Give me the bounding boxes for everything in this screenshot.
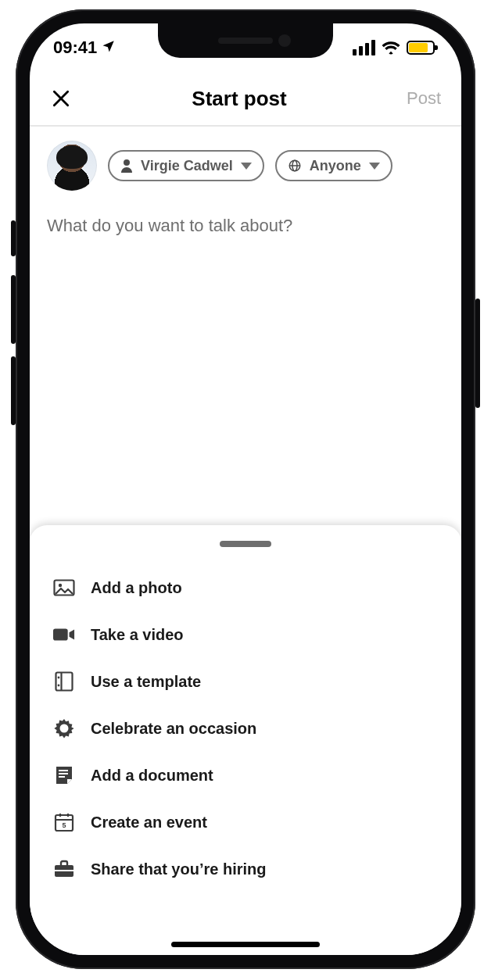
author-select-label: Virgie Cadwel <box>141 158 233 174</box>
briefcase-icon <box>53 858 75 880</box>
sheet-item-take-video[interactable]: Take a video <box>30 611 461 658</box>
front-camera <box>278 34 291 47</box>
page-title: Start post <box>192 87 286 111</box>
sheet-item-add-photo[interactable]: Add a photo <box>30 564 461 611</box>
svg-rect-9 <box>56 673 73 691</box>
svg-text:5: 5 <box>62 821 66 829</box>
phone-frame: 09:41 <box>16 9 475 969</box>
side-button <box>11 356 16 425</box>
sheet-item-label: Create an event <box>91 814 207 832</box>
calendar-icon: 5 <box>53 811 75 833</box>
svg-rect-15 <box>59 773 68 774</box>
status-time: 09:41 <box>53 38 97 58</box>
svg-rect-16 <box>59 776 65 778</box>
cellular-signal-icon <box>353 40 375 55</box>
screen: 09:41 <box>30 23 461 955</box>
sheet-item-add-document[interactable]: Add a document <box>30 752 461 799</box>
composer-placeholder: What do you want to talk about? <box>47 216 444 236</box>
notch <box>158 23 333 58</box>
sheet-item-label: Take a video <box>91 626 184 644</box>
svg-point-2 <box>124 159 130 166</box>
sheet-item-use-template[interactable]: Use a template <box>30 658 461 705</box>
chevron-down-icon <box>241 163 252 170</box>
globe-icon <box>288 159 302 173</box>
svg-rect-23 <box>55 870 73 871</box>
sheet-drag-handle[interactable] <box>220 541 271 547</box>
location-arrow-icon <box>102 38 116 58</box>
sheet-item-label: Celebrate an occasion <box>91 720 256 738</box>
side-button <box>11 275 16 344</box>
sheet-item-label: Share that you’re hiring <box>91 860 266 878</box>
side-button <box>475 299 480 408</box>
audience-select-label: Anyone <box>310 158 361 174</box>
battery-icon <box>407 41 435 55</box>
template-icon <box>53 671 75 692</box>
sheet-item-create-event[interactable]: 5 Create an event <box>30 799 461 846</box>
svg-rect-14 <box>59 770 68 771</box>
video-icon <box>53 624 75 646</box>
svg-point-13 <box>60 724 69 733</box>
side-button <box>11 220 16 256</box>
header: Start post Post <box>30 72 461 127</box>
svg-point-12 <box>58 685 60 687</box>
chevron-down-icon <box>369 163 380 170</box>
svg-rect-8 <box>53 629 68 641</box>
svg-point-7 <box>59 584 62 587</box>
document-icon <box>53 764 75 786</box>
author-row: Virgie Cadwel Anyone <box>30 127 461 199</box>
status-left: 09:41 <box>53 38 116 58</box>
sheet-item-hiring[interactable]: Share that you’re hiring <box>30 846 461 892</box>
sheet-item-celebrate[interactable]: Celebrate an occasion <box>30 705 461 752</box>
sheet-item-label: Add a document <box>91 767 213 785</box>
avatar[interactable] <box>47 141 97 191</box>
speaker <box>218 38 273 44</box>
sheet-item-label: Use a template <box>91 673 201 691</box>
post-button[interactable]: Post <box>407 88 441 109</box>
svg-point-11 <box>58 677 60 679</box>
wifi-icon <box>382 41 400 55</box>
sheet-item-label: Add a photo <box>91 579 182 597</box>
status-right <box>353 40 435 55</box>
celebrate-icon <box>53 717 75 739</box>
close-button[interactable] <box>50 88 72 109</box>
photo-icon <box>53 577 75 599</box>
author-select-pill[interactable]: Virgie Cadwel <box>108 150 264 181</box>
composer[interactable]: What do you want to talk about? <box>30 199 461 236</box>
audience-select-pill[interactable]: Anyone <box>275 150 392 181</box>
person-icon <box>120 159 133 173</box>
home-indicator[interactable] <box>171 942 320 947</box>
attachment-sheet: Add a photo Take a video <box>30 525 461 955</box>
